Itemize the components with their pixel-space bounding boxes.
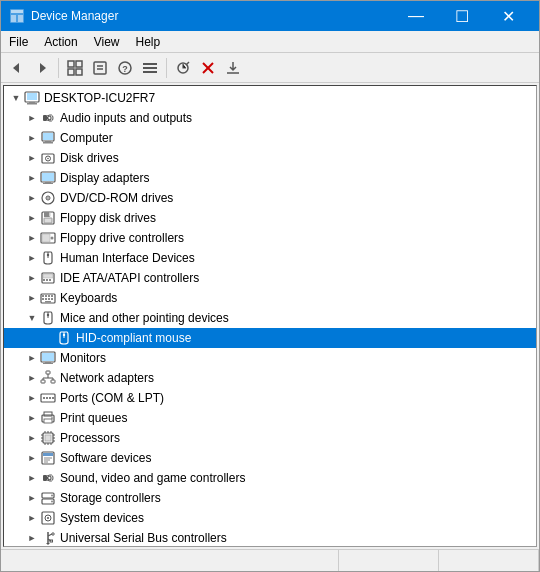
svg-rect-3	[18, 15, 23, 22]
tree-print[interactable]: ► Print queues	[4, 408, 536, 428]
tree-mice[interactable]: ▼ Mice and other pointing devices	[4, 308, 536, 328]
close-button[interactable]: ✕	[485, 1, 531, 31]
storage-expand[interactable]: ►	[24, 490, 40, 506]
toolbar-back[interactable]	[5, 56, 29, 80]
tree-hid[interactable]: ► Human Interface Devices	[4, 248, 536, 268]
tree-audio[interactable]: ► Audio inputs and outputs	[4, 108, 536, 128]
ports-expand[interactable]: ►	[24, 390, 40, 406]
title-bar-controls: — ☐ ✕	[393, 1, 531, 31]
status-main	[1, 550, 339, 571]
tree-sound[interactable]: ► Sound, video and game controllers	[4, 468, 536, 488]
svg-rect-53	[46, 279, 48, 281]
monitors-expand[interactable]: ►	[24, 350, 40, 366]
hid-mouse-expand[interactable]	[40, 330, 56, 346]
svg-rect-25	[27, 103, 37, 105]
floppy-ctrl-icon	[40, 230, 56, 246]
tree-display[interactable]: ► Display adapters	[4, 168, 536, 188]
toolbar-update[interactable]	[221, 56, 245, 80]
tree-floppy-ctrl[interactable]: ► Floppy drive controllers	[4, 228, 536, 248]
keyboards-expand[interactable]: ►	[24, 290, 40, 306]
tree-monitors[interactable]: ► Monitors	[4, 348, 536, 368]
print-expand[interactable]: ►	[24, 410, 40, 426]
tree-storage[interactable]: ► Storage controllers	[4, 488, 536, 508]
ide-label: IDE ATA/ATAPI controllers	[60, 271, 199, 285]
tree-floppy[interactable]: ► Floppy disk drives	[4, 208, 536, 228]
floppy-icon	[40, 210, 56, 226]
svg-rect-28	[43, 133, 53, 140]
system-expand[interactable]: ►	[24, 510, 40, 526]
computer-icon	[24, 90, 40, 106]
device-tree[interactable]: ▼ DESKTOP-ICU2FR7 ►	[3, 85, 537, 547]
toolbar-help[interactable]: ?	[113, 56, 137, 80]
ide-expand[interactable]: ►	[24, 270, 40, 286]
status-right	[439, 550, 539, 571]
svg-point-118	[52, 533, 54, 535]
tree-container: ▼ DESKTOP-ICU2FR7 ►	[4, 86, 536, 547]
floppy-expand[interactable]: ►	[24, 210, 40, 226]
software-expand[interactable]: ►	[24, 450, 40, 466]
toolbar-forward[interactable]	[30, 56, 54, 80]
toolbar-show-hidden[interactable]	[63, 56, 87, 80]
tree-ports[interactable]: ► Ports (COM & LPT)	[4, 388, 536, 408]
title-bar: Device Manager — ☐ ✕	[1, 1, 539, 31]
mice-label: Mice and other pointing devices	[60, 311, 229, 325]
toolbar-properties[interactable]	[88, 56, 112, 80]
audio-expand[interactable]: ►	[24, 110, 40, 126]
sound-expand[interactable]: ►	[24, 470, 40, 486]
menu-help[interactable]: Help	[128, 31, 169, 52]
tree-network[interactable]: ► Network adapters	[4, 368, 536, 388]
floppy-ctrl-expand[interactable]: ►	[24, 230, 40, 246]
svg-rect-51	[43, 274, 53, 278]
tree-usb[interactable]: ► Universal Serial Bus controllers	[4, 528, 536, 547]
display-expand[interactable]: ►	[24, 170, 40, 186]
print-label: Print queues	[60, 411, 127, 425]
toolbar-uninstall[interactable]	[196, 56, 220, 80]
root-expand[interactable]: ▼	[8, 90, 24, 106]
dvd-icon	[40, 190, 56, 206]
menu-file[interactable]: File	[1, 31, 36, 52]
audio-label: Audio inputs and outputs	[60, 111, 192, 125]
tree-software[interactable]: ► Software devices	[4, 448, 536, 468]
svg-rect-6	[68, 61, 74, 67]
tree-root[interactable]: ▼ DESKTOP-ICU2FR7	[4, 88, 536, 108]
tree-system[interactable]: ► System devices	[4, 508, 536, 528]
minimize-button[interactable]: —	[393, 1, 439, 31]
ports-label: Ports (COM & LPT)	[60, 391, 164, 405]
usb-expand[interactable]: ►	[24, 530, 40, 546]
tree-keyboards[interactable]: ► Keyboards	[4, 288, 536, 308]
tree-computer[interactable]: ► Computer	[4, 128, 536, 148]
network-icon	[40, 370, 56, 386]
menu-action[interactable]: Action	[36, 31, 85, 52]
usb-label: Universal Serial Bus controllers	[60, 531, 227, 545]
toolbar-scan[interactable]	[171, 56, 195, 80]
toolbar-view[interactable]	[138, 56, 162, 80]
processors-expand[interactable]: ►	[24, 430, 40, 446]
tree-disk[interactable]: ► Disk drives	[4, 148, 536, 168]
computer-icon2	[40, 130, 56, 146]
maximize-button[interactable]: ☐	[439, 1, 485, 31]
svg-rect-75	[51, 380, 55, 383]
svg-rect-29	[45, 141, 51, 142]
svg-rect-104	[43, 453, 53, 456]
menu-view[interactable]: View	[86, 31, 128, 52]
hid-mouse-label: HID-compliant mouse	[76, 331, 191, 345]
computer-expand[interactable]: ►	[24, 130, 40, 146]
tree-processors[interactable]: ►	[4, 428, 536, 448]
svg-point-115	[47, 517, 49, 519]
tree-dvd[interactable]: ► DVD/CD-ROM drives	[4, 188, 536, 208]
svg-rect-44	[44, 218, 52, 223]
tree-hid-mouse[interactable]: HID-compliant mouse	[4, 328, 536, 348]
processors-icon	[40, 430, 56, 446]
tree-ide[interactable]: ► IDE ATA/ATAPI controllers	[4, 268, 536, 288]
computer-label: Computer	[60, 131, 113, 145]
svg-rect-108	[43, 475, 47, 481]
disk-expand[interactable]: ►	[24, 150, 40, 166]
svg-rect-120	[50, 540, 53, 542]
dvd-label: DVD/CD-ROM drives	[60, 191, 173, 205]
hid-expand[interactable]: ►	[24, 250, 40, 266]
svg-rect-36	[45, 182, 51, 183]
dvd-expand[interactable]: ►	[24, 190, 40, 206]
mice-expand[interactable]: ▼	[24, 310, 40, 326]
toolbar: ?	[1, 53, 539, 83]
network-expand[interactable]: ►	[24, 370, 40, 386]
